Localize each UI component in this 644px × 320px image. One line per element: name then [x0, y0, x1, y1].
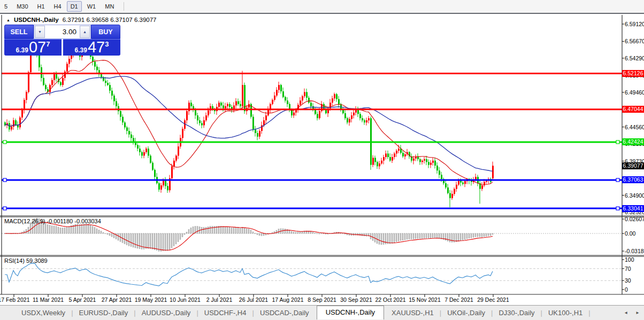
level-price-flag: 6.52126: [622, 70, 644, 77]
date-tick-label: 17 Feb 2021: [0, 296, 29, 303]
buy-button[interactable]: BUY: [91, 25, 120, 39]
buy-price-display[interactable]: 6.39473: [63, 39, 120, 56]
price-tick-label: 6.56670: [625, 38, 644, 44]
buy-price-big: 47: [88, 41, 105, 54]
price-tick-label: 6.59120: [625, 21, 644, 27]
macd-name: MACD(12,26,9): [4, 218, 45, 224]
tab-separator: |: [440, 309, 441, 317]
level-price-flag: 6.33041: [622, 205, 644, 212]
buy-price-pip: 3: [105, 41, 109, 48]
metatrader-window: 5M30H1H4D1W1MN ▲ USDCNH-,Daily 6.37291 6…: [0, 0, 644, 320]
date-tick-label: 5 Apr 2021: [69, 296, 96, 303]
date-tick-label: 19 May 2021: [135, 296, 167, 303]
timeframe-button-mn[interactable]: MN: [101, 1, 118, 12]
date-tick-label: 7 Dec 2021: [444, 296, 473, 303]
current-price-flag: 6.39077: [622, 162, 644, 169]
rsi-value: 59.3089: [26, 257, 48, 264]
date-tick-label: 27 Apr 2021: [102, 296, 132, 303]
date-tick-label: 22 Oct 2021: [375, 296, 405, 303]
sell-price-pip: 7: [46, 41, 50, 48]
sell-price-big: 07: [29, 41, 46, 54]
tab-scroll-right-icon[interactable]: ►: [635, 310, 640, 315]
tab-ukoil-daily[interactable]: UKOil-,Daily: [443, 307, 489, 318]
tab-dj30-daily[interactable]: DJ30-,Daily: [494, 307, 539, 318]
date-tick-label: 10 Jun 2021: [170, 296, 201, 303]
collapse-icon[interactable]: ▲: [6, 17, 10, 23]
timeframe-toolbar: 5M30H1H4D1W1MN: [0, 0, 644, 14]
tab-scroll-arrows: ◄ ►: [624, 310, 640, 315]
chart-title: ▲ USDCNH-,Daily 6.37291 6.39658 6.37107 …: [6, 17, 157, 23]
date-tick-label: 8 Sep 2021: [308, 296, 336, 303]
toolbar-separator: [124, 2, 124, 11]
date-tick-label: 17 Aug 2021: [272, 296, 304, 303]
tab-audusd-daily[interactable]: AUDUSD-,Daily: [137, 307, 195, 318]
macd-indicator-label: MACD(12,26,9) -0.001180 -0.003034: [4, 218, 101, 224]
macd-tick-label: -0.03187: [625, 248, 644, 254]
rsi-name: RSI(14): [4, 257, 25, 264]
rsi-tick-label: 70: [625, 266, 631, 272]
tab-separator: |: [134, 309, 135, 317]
ohlc-values: 6.37291 6.39658 6.37107 6.39077: [63, 17, 157, 23]
tab-separator: |: [252, 309, 254, 317]
date-tick-label: 26 Jul 2021: [239, 296, 268, 303]
chart-tabs: USDX,Weekly|EURUSD-,Daily|AUDUSD-,Daily|…: [17, 306, 592, 320]
timeframe-button-h4[interactable]: H4: [50, 1, 65, 12]
sell-price-prefix: 6.39: [16, 46, 28, 54]
price-tick-label: 6.54290: [625, 55, 644, 61]
timeframe-button-5[interactable]: 5: [1, 1, 11, 12]
chart-tab-bar: USDX,Weekly|EURUSD-,Daily|AUDUSD-,Daily|…: [0, 305, 644, 320]
tab-separator: |: [71, 309, 73, 317]
buy-price-prefix: 6.39: [75, 46, 87, 54]
volume-spinner: ▼ 3.00 ▲: [34, 25, 91, 39]
sell-button[interactable]: SELL: [4, 25, 34, 39]
date-tick-label: 11 Mar 2021: [33, 296, 64, 303]
date-tick-label: 30 Sep 2021: [340, 296, 372, 303]
trade-prices-row: 6.39077 6.39473: [4, 39, 120, 56]
rsi-tick-label: 30: [625, 277, 631, 284]
price-tick-label: 6.44560: [625, 124, 644, 130]
tab-separator: |: [196, 309, 198, 317]
timeframe-button-h1[interactable]: H1: [34, 1, 49, 12]
volume-increase-button[interactable]: ▲: [80, 26, 90, 38]
symbol-period-label: USDCNH-,Daily: [14, 17, 59, 23]
timeframe-button-m30[interactable]: M30: [13, 1, 32, 12]
tab-eurusd-daily[interactable]: EURUSD-,Daily: [75, 307, 133, 318]
tab-usdcnh-daily[interactable]: USDCNH-,Daily: [317, 306, 384, 319]
level-price-flag: 6.42424: [622, 138, 644, 145]
level-price-flag: 6.37063: [622, 176, 644, 183]
tab-uk100-h1[interactable]: UK100-,H1: [544, 307, 587, 318]
rsi-indicator-label: RSI(14) 59.3089: [4, 257, 48, 264]
one-click-trading-panel: SELL ▼ 3.00 ▲ BUY 6.39077 6.39473: [4, 25, 120, 56]
tab-usdchf-h4[interactable]: USDCHF-,H4: [200, 307, 251, 318]
rsi-tick-label: 0: [625, 286, 628, 293]
date-tick-label: 29 Dec 2021: [477, 296, 509, 303]
volume-input[interactable]: 3.00: [45, 25, 79, 38]
date-tick-label: 15 Nov 2021: [409, 296, 441, 303]
rsi-tick-label: 100: [625, 256, 634, 263]
triangle-down-icon: ▼: [38, 30, 42, 34]
macd-tick-label: 0.00: [625, 230, 635, 237]
price-tick-label: 6.34900: [625, 192, 644, 199]
macd-values: -0.001180 -0.003034: [47, 218, 101, 224]
triangle-up-icon: ▲: [83, 30, 87, 34]
tab-separator: |: [541, 309, 542, 317]
tab-xauusd-h1[interactable]: XAUUSD-,H1: [387, 307, 438, 318]
price-tick-label: 6.49460: [625, 89, 644, 96]
volume-decrease-button[interactable]: ▼: [35, 26, 45, 38]
tab-usdcad-daily[interactable]: USDCAD-,Daily: [256, 307, 313, 318]
sell-price-display[interactable]: 6.39077: [4, 39, 62, 56]
tab-separator: |: [491, 309, 493, 317]
trade-controls-row: SELL ▼ 3.00 ▲ BUY: [4, 25, 120, 39]
timeframe-button-w1[interactable]: W1: [83, 1, 100, 12]
timeframe-button-d1[interactable]: D1: [67, 1, 82, 12]
date-tick-label: 2 Jul 2021: [206, 296, 232, 303]
macd-tick-label: 0.02607: [625, 216, 644, 222]
tab-usdx-weekly[interactable]: USDX,Weekly: [17, 307, 70, 318]
level-price-flag: 6.47044: [622, 106, 644, 113]
tab-separator: |: [588, 309, 590, 317]
tab-scroll-left-icon[interactable]: ◄: [624, 310, 628, 315]
